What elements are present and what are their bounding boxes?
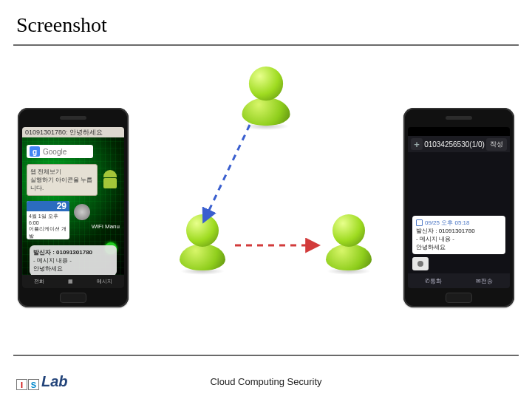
statusbar (408, 127, 510, 136)
calendar-text: 4월 1일 오후 6:00 어플리케이션 개발 미팅 (27, 211, 69, 239)
sms-body: - 메시지 내용 - 안녕하세요 (33, 256, 113, 273)
message-timestamp: 09/25 오후 05:18 (416, 219, 502, 227)
calendar-icon (416, 219, 423, 226)
phone-left: 01091301780: 안녕하세요 g Google 웹 전체보기 실행하기 … (18, 108, 129, 307)
divider-bottom (13, 355, 519, 356)
phone-right-screen: + 01034256530(1/0) 작성 09/25 오후 05:18 발신자… (408, 127, 510, 288)
statusbar-text: 01091301780: 안녕하세요 (25, 127, 103, 137)
camera-button[interactable] (412, 257, 429, 270)
home-button[interactable] (446, 293, 472, 303)
diagram-area: 01091301780: 안녕하세요 g Google 웹 전체보기 실행하기 … (13, 53, 519, 352)
home-button[interactable] (60, 293, 86, 303)
add-icon[interactable]: + (411, 138, 423, 150)
phone-left-screen: 01091301780: 안녕하세요 g Google 웹 전체보기 실행하기 … (22, 127, 124, 288)
android-icon[interactable] (102, 170, 118, 189)
message-sender: 발신자 : 01091301780 (416, 227, 502, 235)
dock-phone[interactable]: 전화 (34, 278, 44, 285)
search-placeholder: Google (43, 148, 66, 156)
camera-icon (417, 261, 423, 267)
sms-popup[interactable]: 발신자 : 01091301780 - 메시지 내용 - 안녕하세요 (30, 245, 117, 276)
phone-right: + 01034256530(1/0) 작성 09/25 오후 05:18 발신자… (403, 108, 514, 307)
footer-text: Cloud Computing Security (0, 376, 532, 387)
calendar-day: 29 (27, 201, 69, 211)
phone-icon: ✆ (425, 278, 430, 284)
dock-apps-icon[interactable]: ▦ (68, 279, 73, 284)
tab-send[interactable]: ✉ 전송 (459, 273, 510, 288)
message-header: + 01034256530(1/0) 작성 (408, 136, 510, 152)
send-icon: ✉ (476, 278, 481, 284)
page-title: Screenshot (0, 0, 532, 44)
calendar-widget[interactable]: 29 4월 1일 오후 6:00 어플리케이션 개발 미팅 (27, 201, 69, 239)
tab-call[interactable]: ✆ 통화 (408, 273, 459, 288)
message-body: - 메시지 내용 - 안녕하세요 (416, 235, 502, 251)
divider-top (13, 44, 519, 46)
message-card[interactable]: 09/25 오후 05:18 발신자 : 01091301780 - 메시지 내… (412, 216, 505, 254)
info-panel: 웹 전체보기 실행하기 아이콘을 누릅니다. (27, 164, 98, 196)
search-widget[interactable]: g Google (27, 145, 93, 158)
recipient-number: 01034256530(1/0) (424, 140, 485, 149)
arrow-top-to-bl (204, 125, 250, 221)
sms-title: 발신자 : 01091301780 (33, 248, 113, 256)
dock-message[interactable]: 메시지 (97, 278, 112, 285)
settings-icon[interactable] (74, 204, 90, 220)
user-icon-bottom-left (174, 214, 231, 270)
phone-earpiece (60, 116, 86, 120)
user-icon-bottom-right (321, 214, 377, 270)
phone-earpiece (446, 116, 472, 120)
dock: 전화 ▦ 메시지 (22, 275, 124, 288)
bottom-tabs: ✆ 통화 ✉ 전송 (408, 273, 510, 288)
statusbar: 01091301780: 안녕하세요 (22, 127, 124, 137)
wifi-label[interactable]: WiFi Manu (92, 223, 120, 230)
google-g-icon: g (30, 146, 40, 157)
user-icon-top (236, 66, 296, 126)
compose-button[interactable]: 작성 (486, 138, 507, 151)
